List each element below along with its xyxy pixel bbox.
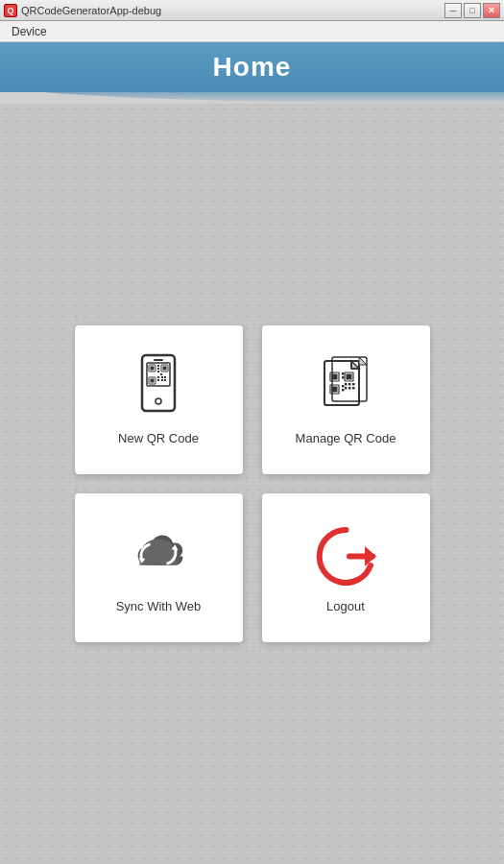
svg-rect-7: [151, 379, 155, 383]
svg-rect-29: [342, 372, 345, 375]
svg-rect-30: [342, 376, 345, 379]
svg-rect-18: [154, 359, 163, 361]
svg-rect-14: [161, 376, 163, 378]
doc-qr-icon: [312, 354, 379, 421]
svg-rect-36: [352, 387, 355, 390]
title-bar-left: Q QRCodeGeneratorApp-debug: [4, 4, 161, 17]
svg-rect-17: [161, 379, 163, 381]
svg-rect-15: [164, 376, 166, 378]
svg-rect-8: [157, 365, 159, 367]
logout-icon: [312, 522, 379, 589]
card-row-1: New QR Code: [75, 325, 430, 474]
new-qr-code-card[interactable]: New QR Code: [75, 325, 243, 474]
svg-rect-5: [163, 367, 167, 371]
svg-rect-11: [160, 373, 162, 375]
svg-rect-31: [345, 383, 348, 386]
svg-point-19: [156, 398, 161, 404]
svg-rect-10: [157, 371, 159, 372]
svg-rect-32: [348, 383, 351, 386]
app-header: Home: [0, 42, 504, 92]
svg-rect-38: [342, 389, 345, 392]
title-bar-buttons: ─ □ ✕: [444, 3, 500, 18]
wavy-divider: [0, 92, 504, 104]
svg-rect-35: [348, 387, 351, 390]
svg-rect-12: [157, 376, 159, 378]
svg-rect-9: [157, 368, 159, 370]
title-bar-title: QRCodeGeneratorApp-debug: [21, 5, 161, 16]
svg-rect-26: [347, 374, 352, 380]
svg-rect-37: [342, 385, 345, 388]
manage-qr-code-label: Manage QR Code: [296, 431, 396, 445]
menu-bar: Device: [0, 21, 504, 42]
sync-with-web-label: Sync With Web: [116, 599, 202, 613]
close-button[interactable]: ✕: [483, 3, 500, 18]
maximize-button[interactable]: □: [464, 3, 481, 18]
app-icon: Q: [4, 4, 17, 17]
sync-with-web-card[interactable]: Sync With Web: [75, 493, 243, 642]
page-title: Home: [213, 52, 292, 83]
svg-rect-33: [352, 383, 355, 386]
title-bar: Q QRCodeGeneratorApp-debug ─ □ ✕: [0, 0, 504, 21]
cloud-sync-icon: [125, 522, 192, 589]
svg-rect-13: [157, 379, 159, 381]
svg-rect-16: [164, 379, 166, 381]
manage-qr-code-card[interactable]: Manage QR Code: [262, 325, 430, 474]
logout-card[interactable]: Logout: [262, 493, 430, 642]
phone-qr-icon: [125, 354, 192, 421]
logout-label: Logout: [326, 599, 365, 613]
new-qr-code-label: New QR Code: [118, 431, 199, 445]
svg-rect-3: [151, 367, 155, 371]
card-row-2: Sync With Web Logout: [75, 493, 430, 642]
svg-rect-34: [345, 387, 348, 390]
main-content: New QR Code: [0, 104, 504, 864]
menu-item-device[interactable]: Device: [6, 23, 53, 40]
minimize-button[interactable]: ─: [444, 3, 462, 18]
